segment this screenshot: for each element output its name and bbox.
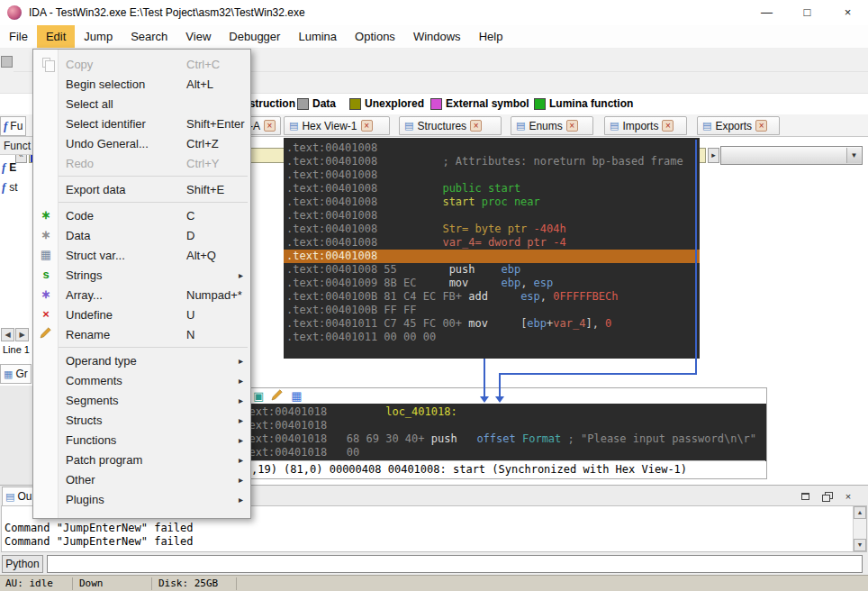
output-scrollbar[interactable]: ▲ ▼ bbox=[853, 506, 866, 551]
menu-item-select-identifier[interactable]: Select identifierShift+Enter bbox=[33, 114, 250, 133]
tab-structures[interactable]: ▤Structures× bbox=[399, 116, 502, 135]
hscroll-right-button[interactable]: ▶ bbox=[15, 328, 29, 341]
window-icon: ▤ bbox=[404, 120, 413, 132]
tab-imports[interactable]: ▤Imports× bbox=[604, 116, 687, 135]
cli-input[interactable] bbox=[47, 555, 863, 573]
menu-options[interactable]: Options bbox=[346, 25, 404, 48]
function-list-item[interactable]: fst bbox=[2, 180, 18, 195]
disasm-line: .text:00401008 bbox=[286, 168, 700, 182]
float-panel-button[interactable] bbox=[818, 488, 836, 504]
app-icon bbox=[7, 5, 22, 20]
nav-forward-button[interactable]: ▸ bbox=[708, 148, 719, 163]
minimize-button[interactable]: — bbox=[746, 0, 787, 25]
menu-jump[interactable]: Jump bbox=[75, 25, 122, 48]
menu-edit[interactable]: Edit bbox=[37, 25, 75, 48]
cli-language-button[interactable]: Python bbox=[2, 555, 43, 573]
edit-menu: CopyCtrl+CBegin selectionAlt+LSelect all… bbox=[32, 49, 251, 519]
tab-functions-label: Fu bbox=[10, 120, 23, 132]
menu-windows[interactable]: Windows bbox=[404, 25, 470, 48]
tab-close-icon[interactable]: × bbox=[662, 120, 674, 132]
disassembly-view-2[interactable]: .text:00401018 loc_401018:.text:00401018… bbox=[234, 404, 766, 461]
edit-view-icon[interactable] bbox=[271, 388, 284, 405]
disasm-line: .text:00401008 bbox=[284, 250, 700, 263]
maximize-button[interactable]: □ bbox=[787, 0, 827, 25]
menu-item-structs[interactable]: Structs▸ bbox=[33, 410, 250, 430]
tab-exports[interactable]: ▤Exports× bbox=[697, 116, 780, 135]
chevron-down-icon[interactable]: ▼ bbox=[846, 148, 861, 163]
submenu-arrow-icon: ▸ bbox=[239, 455, 243, 465]
menu-item-undefine[interactable]: ×UndefineU bbox=[33, 305, 250, 324]
grid-view-icon[interactable]: ▦ bbox=[291, 389, 302, 404]
menu-item-label: Functions bbox=[66, 433, 116, 447]
menu-item-struct-var[interactable]: ▦Struct var...Alt+Q bbox=[33, 245, 250, 265]
menu-item-shortcut: D bbox=[186, 229, 194, 242]
menu-item-redo[interactable]: RedoCtrl+Y bbox=[33, 153, 250, 173]
tab-graph-overview[interactable]: ▦ Gr bbox=[0, 364, 32, 384]
menu-help[interactable]: Help bbox=[470, 25, 512, 48]
menu-item-other[interactable]: Other▸ bbox=[33, 469, 250, 489]
sync-view-icon[interactable]: ▣ bbox=[253, 389, 264, 404]
function-name: E bbox=[9, 161, 16, 174]
close-button[interactable]: × bbox=[827, 0, 868, 25]
tab-close-icon[interactable]: × bbox=[264, 120, 276, 132]
menu-item-operand-type[interactable]: Operand type▸ bbox=[33, 350, 250, 370]
tab-close-icon[interactable]: × bbox=[566, 120, 578, 132]
tab-close-icon[interactable]: × bbox=[470, 120, 482, 132]
tab-hex-view-1[interactable]: ▤Hex View-1× bbox=[284, 116, 390, 135]
tab-label: Exports bbox=[715, 120, 752, 132]
hscroll-left-button[interactable]: ◀ bbox=[1, 328, 14, 341]
window-icon: ▤ bbox=[5, 491, 14, 503]
statusbar-au: AU: idle bbox=[5, 577, 53, 589]
menu-view[interactable]: View bbox=[176, 25, 220, 48]
close-panel-button[interactable]: × bbox=[839, 488, 857, 504]
menu-item-plugins[interactable]: Plugins▸ bbox=[33, 489, 250, 509]
menu-item-label: Select all bbox=[66, 97, 113, 111]
tab-enums[interactable]: ▤Enums× bbox=[511, 116, 593, 135]
scroll-up-button[interactable]: ▲ bbox=[854, 506, 866, 519]
disasm-line: .text:00401008 Str= byte ptr -404h bbox=[286, 223, 700, 236]
menu-item-select-all[interactable]: Select all bbox=[33, 94, 250, 114]
menu-item-label: Struct var... bbox=[66, 249, 125, 262]
graph-edge bbox=[484, 359, 485, 396]
menu-item-shortcut: Ctrl+Y bbox=[186, 157, 219, 170]
tab-output-window[interactable]: ▤ Ou bbox=[2, 486, 35, 506]
menu-item-undo-general[interactable]: Undo General...Ctrl+Z bbox=[33, 133, 250, 153]
menu-item-label: Structs bbox=[66, 414, 102, 427]
menu-item-functions[interactable]: Functions▸ bbox=[33, 430, 250, 450]
graph-edge bbox=[499, 373, 501, 396]
tab-close-icon[interactable]: × bbox=[755, 120, 767, 132]
menu-item-copy[interactable]: CopyCtrl+C bbox=[33, 54, 250, 74]
menu-item-begin-selection[interactable]: Begin selectionAlt+L bbox=[33, 74, 250, 94]
output-line: Command "JumpEnterNew" failed bbox=[2, 522, 866, 535]
menu-debugger[interactable]: Debugger bbox=[220, 25, 289, 48]
menu-item-code[interactable]: ∗CodeC bbox=[33, 205, 250, 225]
function-list-item[interactable]: fE bbox=[2, 160, 16, 175]
menu-item-data[interactable]: ∗DataD bbox=[33, 225, 250, 245]
menu-item-export-data[interactable]: Export dataShift+E bbox=[33, 179, 250, 199]
menu-item-patch-program[interactable]: Patch program▸ bbox=[33, 450, 250, 469]
menubar: FileEditJumpSearchViewDebuggerLuminaOpti… bbox=[0, 25, 868, 49]
menu-item-strings[interactable]: sStrings▸ bbox=[33, 265, 250, 285]
menu-item-segments[interactable]: Segments▸ bbox=[33, 390, 250, 410]
menu-item-shortcut: Ctrl+C bbox=[186, 58, 220, 71]
scroll-down-button[interactable]: ▼ bbox=[854, 539, 866, 551]
name-selector[interactable]: ▼ bbox=[720, 146, 863, 165]
menu-separator bbox=[36, 176, 248, 177]
graph-overview-panel[interactable] bbox=[0, 386, 32, 485]
menu-file[interactable]: File bbox=[0, 25, 37, 48]
menu-item-comments[interactable]: Comments▸ bbox=[33, 370, 250, 390]
menu-lumina[interactable]: Lumina bbox=[289, 25, 346, 48]
dock-icon-gray[interactable] bbox=[1, 56, 13, 68]
undefine-icon: × bbox=[38, 306, 54, 323]
struct-icon: ▦ bbox=[38, 247, 54, 263]
statusbar-down: Down bbox=[79, 577, 104, 589]
maximize-panel-button[interactable] bbox=[796, 488, 814, 504]
disasm-line: .text:00401008 bbox=[286, 141, 700, 155]
tab-functions[interactable]: f Fu bbox=[0, 116, 26, 136]
submenu-arrow-icon: ▸ bbox=[239, 415, 243, 425]
menu-item-rename[interactable]: RenameN bbox=[33, 324, 250, 344]
menu-search[interactable]: Search bbox=[122, 25, 176, 48]
tab-close-icon[interactable]: × bbox=[361, 120, 373, 132]
disassembly-view[interactable]: .text:00401008.text:00401008 ; Attribute… bbox=[284, 138, 700, 359]
menu-item-array[interactable]: ∗Array...Numpad+* bbox=[33, 285, 250, 305]
